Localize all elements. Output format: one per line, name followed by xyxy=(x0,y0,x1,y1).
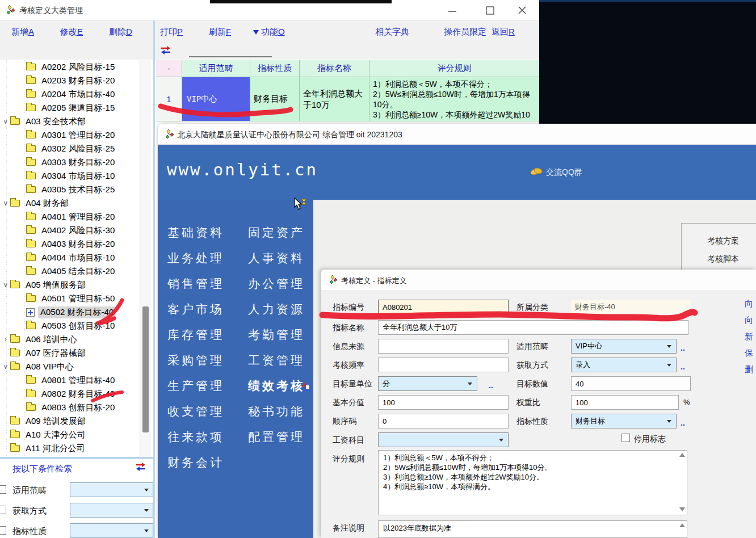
table-header-nature[interactable]: 指标性质 xyxy=(250,60,300,77)
nature-more-link[interactable]: .. xyxy=(681,418,685,427)
swap-icon[interactable] xyxy=(160,46,171,55)
link-assessment-script[interactable]: 考核脚本 xyxy=(707,254,739,264)
toolbar-edit-button[interactable]: 修改E xyxy=(60,27,83,37)
toolbar-delete-button[interactable]: 删除D xyxy=(109,27,132,37)
search-nature-checkbox[interactable] xyxy=(0,526,6,535)
search-scope-select[interactable] xyxy=(70,482,153,497)
scope-more-link[interactable]: .. xyxy=(681,343,685,352)
tree-item-A0502[interactable]: A0502 财务目标-40 xyxy=(0,305,140,319)
tree-item-A0802[interactable]: A0802 财务目标-40 xyxy=(0,387,140,401)
tree-item-A0403[interactable]: A0403 财务目标-20 xyxy=(0,237,140,251)
toolbar-function-button[interactable]: 功能O xyxy=(253,27,285,37)
tree-item-A0404[interactable]: A0404 市场目标-10 xyxy=(0,251,140,264)
table-cell-scope[interactable]: VIP中心 xyxy=(182,77,250,121)
scroll-up-icon[interactable] xyxy=(679,523,685,527)
dialog-side-button-2[interactable]: 向 xyxy=(745,315,753,326)
menu-item-人力资源[interactable]: 人力资源 xyxy=(248,301,305,327)
search-swap-icon[interactable] xyxy=(135,463,146,472)
table-cell-rules[interactable]: 1）利润总额＜5W，本项不得分； 2）5W≤利润总额≤10W时，每增加1万本项得… xyxy=(369,77,540,121)
tree-scrollbar-thumb[interactable] xyxy=(142,306,149,432)
menu-item-基础资料[interactable]: 基础资料 xyxy=(167,225,224,250)
toolbar-add-button[interactable]: 新增A xyxy=(11,27,34,37)
tree-item-A0405[interactable]: A0405 结余目标-20 xyxy=(0,264,140,278)
order-input[interactable]: 0 xyxy=(378,414,509,428)
nature-select[interactable]: 财务目标 xyxy=(571,414,677,428)
tree-item-A0402[interactable]: A0402 风险目标-30 xyxy=(0,224,140,237)
menu-item-固定资产[interactable]: 固定资产 xyxy=(248,225,305,250)
tree-item-A10[interactable]: A10 天津分公司 xyxy=(0,428,140,442)
tree-item-A0401[interactable]: A0401 管理目标-20 xyxy=(0,210,140,224)
scroll-down-icon[interactable] xyxy=(679,507,685,511)
menu-item-销售管理[interactable]: 销售管理 xyxy=(167,276,224,301)
tree-item-A0503[interactable]: A0503 创新目标-10 xyxy=(0,319,140,333)
menu-item-业务处理[interactable]: 业务处理 xyxy=(167,250,224,276)
table-header-scope[interactable]: 适用范畴 xyxy=(182,60,250,77)
tree-expand-icon[interactable]: ∨ xyxy=(1,117,10,125)
method-select[interactable]: 录入 xyxy=(571,358,677,372)
weight-input[interactable]: 100 xyxy=(571,395,679,410)
tree-item-A0801[interactable]: A0801 管理目标-40 xyxy=(0,373,140,387)
target-input[interactable]: 40 xyxy=(571,376,691,391)
table-cell-nature[interactable]: 财务目标 xyxy=(250,77,300,121)
menu-item-客户市场[interactable]: 客户市场 xyxy=(167,301,224,327)
search-method-checkbox[interactable] xyxy=(0,506,6,514)
salary-select[interactable] xyxy=(378,432,509,447)
tree-item-A0302[interactable]: A0302 风险目标-25 xyxy=(0,142,140,155)
toolbar-print-button[interactable]: 打印P xyxy=(160,27,183,37)
unit-more-link[interactable]: .. xyxy=(489,381,493,390)
link-assessment-plan[interactable]: 考核方案 xyxy=(707,236,739,246)
search-scope-checkbox[interactable] xyxy=(0,485,6,494)
tree-item-A04[interactable]: ∨A04 财务部 xyxy=(0,196,140,210)
tree-item-A0501[interactable]: A0501 管理目标-50 xyxy=(0,292,140,305)
menu-item-配置管理[interactable]: 配置管理 xyxy=(248,429,305,455)
tree-item-A0303[interactable]: A0303 财务目标-20 xyxy=(0,155,140,169)
menu-item-办公管理[interactable]: 办公管理 xyxy=(248,276,305,301)
tree-item-A06[interactable]: ›A06 培训中心 xyxy=(0,333,140,346)
menu-item-生产管理[interactable]: 生产管理 xyxy=(167,378,224,403)
tree-expand-icon[interactable]: ∨ xyxy=(1,363,10,371)
tree-item-A0803[interactable]: A0803 创新目标-20 xyxy=(0,401,140,414)
close-button[interactable] xyxy=(514,5,531,17)
name-input[interactable]: 全年利润总额大于10万 xyxy=(378,320,688,335)
tree-expand-icon[interactable]: ∨ xyxy=(1,199,10,207)
tree-item-A0203[interactable]: A0203 财务目标-20 xyxy=(0,74,140,87)
tree-item-A0205[interactable]: A0205 渠道目标-15 xyxy=(0,101,140,115)
toolbar-return-button[interactable]: 返回R xyxy=(492,27,515,37)
table-row-index[interactable]: 1 xyxy=(156,77,182,121)
tree-item-A09[interactable]: A09 培训发展部 xyxy=(0,414,140,428)
dialog-side-button-4[interactable]: 保 xyxy=(745,348,753,359)
code-input[interactable]: A080201 xyxy=(378,300,509,314)
tree-item-A05[interactable]: ∨A05 增值服务部 xyxy=(0,278,140,292)
menu-item-考勤管理[interactable]: 考勤管理 xyxy=(248,327,305,352)
remark-textarea[interactable]: 以2023年底数据为准 xyxy=(378,520,687,538)
method-more-link[interactable]: .. xyxy=(681,362,685,371)
base-input[interactable]: 100 xyxy=(378,395,509,410)
tree-item-A11[interactable]: A11 河北分公司 xyxy=(0,442,140,455)
menu-item-秘书功能[interactable]: 秘书功能 xyxy=(248,403,305,429)
menu-item-人事资料[interactable]: 人事资料 xyxy=(248,250,305,276)
disabled-checkbox[interactable] xyxy=(621,434,630,442)
table-cell-name[interactable]: 全年利润总额大于10万 xyxy=(300,77,369,121)
search-method-select[interactable] xyxy=(70,503,153,518)
tree-item-A03[interactable]: ∨A03 安全技术部 xyxy=(0,115,140,128)
tree-item-A0204[interactable]: A0204 市场目标-40 xyxy=(0,87,140,101)
scroll-up-icon[interactable] xyxy=(679,453,685,457)
table-header-index[interactable]: - xyxy=(156,60,182,77)
toolbar-refresh-button[interactable]: 刷新F xyxy=(209,27,231,37)
dialog-side-button-3[interactable]: 新 xyxy=(745,331,753,342)
dialog-side-button-5[interactable]: 删 xyxy=(745,364,753,375)
menu-item-财务会计[interactable]: 财务会计 xyxy=(167,455,224,480)
search-nature-select[interactable] xyxy=(70,523,153,538)
scope-select[interactable]: VIP中心 xyxy=(571,339,677,354)
tree-expand-icon[interactable]: ∨ xyxy=(1,281,10,289)
tree-scrollbar[interactable] xyxy=(140,60,151,457)
tree-item-A0304[interactable]: A0304 市场目标-10 xyxy=(0,169,140,183)
table-header-name[interactable]: 指标名称 xyxy=(300,60,369,77)
table-header-rules[interactable]: 评分规则 xyxy=(369,60,540,77)
dialog-side-button-1[interactable]: 向 xyxy=(745,299,753,309)
qq-group-link[interactable]: 交流QQ群 xyxy=(546,167,582,178)
menu-item-往来款项[interactable]: 往来款项 xyxy=(167,429,224,455)
menu-item-库存管理[interactable]: 库存管理 xyxy=(167,327,224,352)
tree-item-A0202[interactable]: A0202 风险目标-15 xyxy=(0,60,140,74)
tree-item-A0301[interactable]: A0301 管理目标-20 xyxy=(0,128,140,142)
